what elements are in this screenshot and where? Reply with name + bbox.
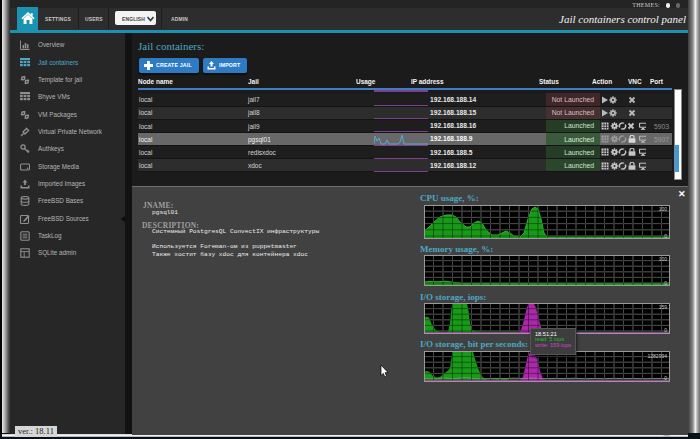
svg-text:0: 0: [664, 279, 667, 285]
svg-text:0: 0: [664, 233, 667, 239]
svg-text:100: 100: [659, 206, 668, 212]
svg-text:159: 159: [659, 304, 668, 310]
svg-text:0: 0: [664, 327, 667, 333]
svg-text:1282994: 1282994: [648, 353, 668, 359]
svg-text:100: 100: [659, 256, 668, 262]
svg-text:0: 0: [664, 375, 667, 381]
